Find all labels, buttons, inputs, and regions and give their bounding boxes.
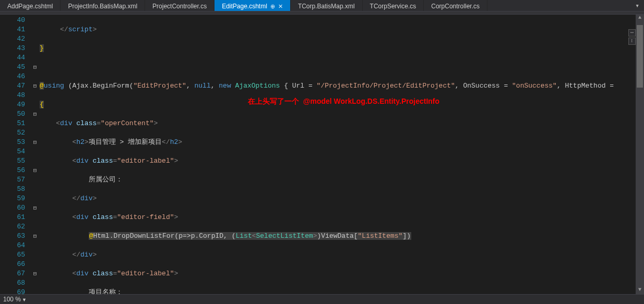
tab-addpage[interactable]: AddPage.cshtml bbox=[0, 0, 61, 11]
split-view-icon[interactable]: ↔ bbox=[628, 29, 636, 37]
tabwell-dropdown-icon[interactable]: ▾ bbox=[634, 2, 641, 10]
dropdown-icon[interactable]: ▼ bbox=[22, 297, 27, 302]
tab-projectinfo-batismap[interactable]: ProjectInfo.BatisMap.xml bbox=[61, 0, 145, 11]
zoom-level[interactable]: 100 %▼ bbox=[3, 296, 27, 303]
scroll-up-icon[interactable]: ▲ bbox=[636, 15, 644, 22]
line-number-gutter: 4041424344454647484950515253545556575859… bbox=[0, 15, 30, 294]
tab-projectcontroller[interactable]: ProjectController.cs bbox=[145, 0, 214, 11]
vertical-scrollbar[interactable]: ▲ ▼ bbox=[636, 15, 644, 294]
status-bar: 100 %▼ bbox=[0, 294, 644, 304]
pin-icon[interactable]: ⊕ bbox=[270, 3, 275, 10]
code-area[interactable]: </script> } @using (Ajax.BeginForm("Edit… bbox=[40, 15, 636, 294]
close-icon[interactable]: ✕ bbox=[278, 3, 283, 10]
code-editor[interactable]: 4041424344454647484950515253545556575859… bbox=[0, 15, 644, 294]
scroll-hint-icon[interactable]: ↕ bbox=[628, 38, 636, 45]
folding-column[interactable]: ⊟⊟⊟⊟⊟⊟⊟⊟ bbox=[30, 15, 40, 294]
tab-editpage[interactable]: EditPage.cshtml ⊕ ✕ bbox=[214, 0, 291, 11]
tab-corpcontroller[interactable]: CorpController.cs bbox=[424, 0, 487, 11]
tab-tcorpservice[interactable]: TCorpService.cs bbox=[363, 0, 424, 11]
scroll-down-icon[interactable]: ▼ bbox=[636, 287, 644, 294]
tab-tcorp-batismap[interactable]: TCorp.BatisMap.xml bbox=[291, 0, 363, 11]
tab-bar: AddPage.cshtml ProjectInfo.BatisMap.xml … bbox=[0, 0, 644, 11]
scrollbar-thumb[interactable] bbox=[637, 25, 643, 88]
editor-margin-buttons: ↔ ↕ bbox=[628, 29, 636, 45]
